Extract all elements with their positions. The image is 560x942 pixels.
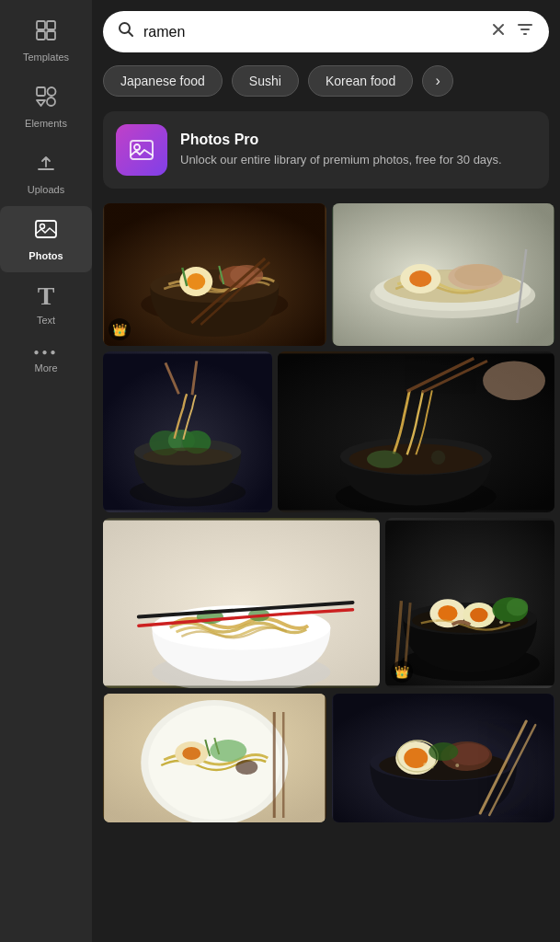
svg-point-69 <box>470 608 487 623</box>
photo-cell-7[interactable] <box>103 694 326 822</box>
svg-point-84 <box>235 760 257 775</box>
svg-point-49 <box>483 361 545 400</box>
sidebar-item-text[interactable]: T Text <box>0 272 92 337</box>
chip-korean-food[interactable]: Korean food <box>308 65 413 97</box>
svg-point-71 <box>507 598 528 615</box>
photos-icon <box>34 217 58 245</box>
svg-point-72 <box>432 618 436 622</box>
sidebar-item-elements-label: Elements <box>25 118 67 129</box>
svg-rect-1 <box>47 21 55 29</box>
svg-rect-4 <box>37 87 45 96</box>
svg-point-50 <box>367 450 403 467</box>
pro-banner-title: Photos Pro <box>180 132 502 148</box>
sidebar-item-more[interactable]: ●●● More <box>0 337 92 385</box>
svg-point-98 <box>430 766 433 769</box>
svg-rect-7 <box>36 221 56 237</box>
sidebar-item-more-label: More <box>34 362 57 373</box>
chip-japanese-food[interactable]: Japanese food <box>103 65 223 97</box>
photo-cell-4[interactable] <box>278 351 554 512</box>
search-clear-button[interactable] <box>490 21 507 42</box>
svg-rect-0 <box>37 21 45 29</box>
filter-chips: Japanese food Sushi Korean food › <box>103 65 549 97</box>
svg-rect-3 <box>47 31 55 40</box>
sidebar-item-uploads-label: Uploads <box>28 184 64 195</box>
uploads-icon <box>34 151 58 178</box>
pro-banner[interactable]: Photos Pro Unlock our entire library of … <box>103 111 549 189</box>
photo-cell-8[interactable] <box>332 694 555 822</box>
svg-rect-10 <box>131 141 153 159</box>
search-filter-button[interactable] <box>516 20 534 43</box>
svg-rect-2 <box>37 31 45 40</box>
photo-cell-1[interactable]: 👑 <box>103 203 326 346</box>
photo-row-4 <box>103 694 549 822</box>
svg-point-96 <box>429 742 458 761</box>
crown-badge-1: 👑 <box>109 318 131 340</box>
svg-point-82 <box>182 747 200 760</box>
sidebar: Templates Elements Uploads <box>0 0 92 942</box>
pro-banner-text: Photos Pro Unlock our entire library of … <box>180 132 502 168</box>
photo-cell-2[interactable] <box>332 203 555 346</box>
main-content: Japanese food Sushi Korean food › Photos… <box>92 0 560 942</box>
sidebar-item-photos-label: Photos <box>29 250 63 261</box>
photo-cell-5[interactable] <box>103 518 380 688</box>
svg-point-74 <box>499 620 503 624</box>
sidebar-item-photos[interactable]: Photos <box>0 206 92 272</box>
svg-point-73 <box>439 623 441 626</box>
photo-grid: 👑 <box>103 203 549 822</box>
photo-row-2 <box>103 351 549 512</box>
svg-point-51 <box>431 450 446 465</box>
sidebar-item-uploads[interactable]: Uploads <box>0 140 92 206</box>
crown-badge-6: 👑 <box>391 661 413 683</box>
search-input[interactable] <box>143 24 481 40</box>
sidebar-item-elements[interactable]: Elements <box>0 74 92 140</box>
svg-point-11 <box>134 144 140 150</box>
photo-cell-6[interactable]: 👑 <box>385 518 554 688</box>
filter-chips-next-button[interactable]: › <box>422 65 453 97</box>
svg-point-41 <box>143 447 233 465</box>
sidebar-item-templates[interactable]: Templates <box>0 7 92 74</box>
svg-point-28 <box>409 270 431 287</box>
more-icon: ●●● <box>33 348 58 357</box>
search-bar <box>103 11 549 52</box>
svg-point-30 <box>454 264 502 286</box>
svg-point-5 <box>48 87 56 96</box>
sidebar-item-text-label: Text <box>37 315 55 326</box>
elements-icon <box>34 85 58 112</box>
svg-point-17 <box>187 273 205 290</box>
search-icon <box>118 21 134 42</box>
svg-point-8 <box>40 224 45 229</box>
svg-point-99 <box>455 764 459 767</box>
pro-banner-description: Unlock our entire library of premium pho… <box>180 152 502 168</box>
sidebar-item-templates-label: Templates <box>23 52 69 63</box>
chip-sushi[interactable]: Sushi <box>232 65 299 97</box>
photo-cell-3[interactable] <box>103 351 272 512</box>
svg-point-67 <box>438 605 457 621</box>
photo-row-3: 👑 <box>103 518 549 688</box>
svg-point-97 <box>423 763 427 766</box>
photo-row-1: 👑 <box>103 203 549 346</box>
templates-icon <box>34 18 58 46</box>
text-icon: T <box>38 283 55 309</box>
svg-rect-6 <box>47 98 55 106</box>
pro-banner-icon <box>116 124 167 176</box>
